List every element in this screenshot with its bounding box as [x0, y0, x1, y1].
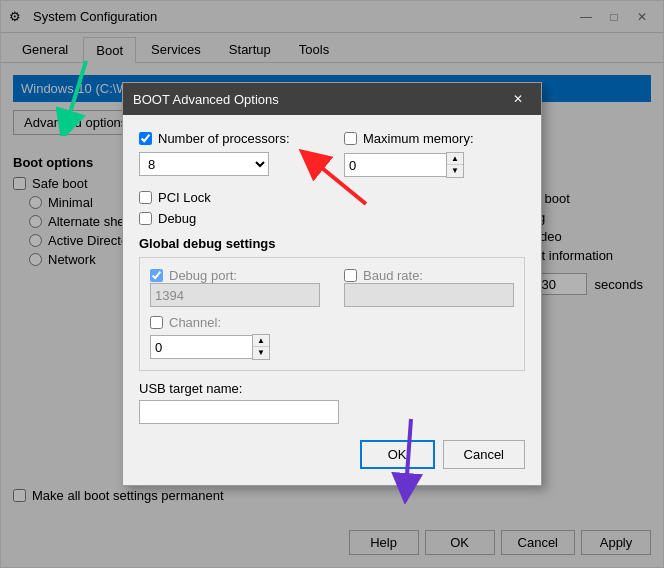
num-processors-label: Number of processors: — [158, 131, 290, 146]
debug-label: Debug — [158, 211, 196, 226]
pci-lock-row: PCI Lock — [139, 190, 525, 205]
usb-target-input[interactable] — [139, 400, 339, 424]
dialog-cancel-button[interactable]: Cancel — [443, 440, 525, 469]
usb-target-label: USB target name: — [139, 381, 525, 396]
processors-dropdown[interactable]: 8 1 2 4 16 — [139, 152, 269, 176]
debug-row: Debug — [139, 211, 525, 226]
channel-input[interactable] — [150, 335, 252, 359]
memory-input[interactable]: 0 — [344, 153, 446, 177]
channel-spin-up[interactable]: ▲ — [253, 335, 269, 347]
debug-port-input — [150, 283, 320, 307]
boot-advanced-options-dialog: BOOT Advanced Options ✕ Number of proces… — [122, 82, 542, 486]
max-memory-checkbox[interactable] — [344, 132, 357, 145]
pci-lock-label: PCI Lock — [158, 190, 211, 205]
channel-label: Channel: — [169, 315, 221, 330]
debug-port-checkbox-row: Debug port: — [150, 268, 320, 283]
memory-spinbox-row: 0 ▲ ▼ — [344, 152, 464, 178]
global-debug-section: Debug port: Baud rate: — [139, 257, 525, 371]
baud-rate-checkbox-row: Baud rate: — [344, 268, 514, 283]
baud-rate-input — [344, 283, 514, 307]
num-processors-checkbox[interactable] — [139, 132, 152, 145]
dialog-close-button[interactable]: ✕ — [505, 89, 531, 109]
debug-port-label: Debug port: — [169, 268, 237, 283]
channel-checkbox-row: Channel: — [150, 315, 514, 330]
debug-port-baud-row: Debug port: Baud rate: — [150, 268, 514, 307]
pci-lock-checkbox[interactable] — [139, 191, 152, 204]
channel-spin-down[interactable]: ▼ — [253, 347, 269, 359]
dialog-title: BOOT Advanced Options — [133, 92, 279, 107]
max-memory-label: Maximum memory: — [363, 131, 474, 146]
channel-section: Channel: ▲ ▼ — [150, 315, 514, 360]
memory-checkbox-row: Maximum memory: — [344, 131, 525, 146]
processors-dropdown-row: 8 1 2 4 16 — [139, 152, 269, 176]
debug-port-col: Debug port: — [150, 268, 320, 307]
processors-checkbox-row: Number of processors: — [139, 131, 320, 146]
processors-memory-row: Number of processors: 8 1 2 4 16 — [139, 131, 525, 178]
memory-spin-buttons: ▲ ▼ — [446, 152, 464, 178]
dialog-ok-button[interactable]: OK — [360, 440, 435, 469]
channel-spin-buttons: ▲ ▼ — [252, 334, 270, 360]
usb-section: USB target name: — [139, 381, 525, 424]
memory-spin-up[interactable]: ▲ — [447, 153, 463, 165]
processors-col: Number of processors: 8 1 2 4 16 — [139, 131, 320, 178]
baud-rate-checkbox[interactable] — [344, 269, 357, 282]
debug-port-checkbox[interactable] — [150, 269, 163, 282]
channel-spinbox-row: ▲ ▼ — [150, 334, 270, 360]
main-window: ⚙ System Configuration — □ ✕ General Boo… — [0, 0, 664, 568]
memory-col: Maximum memory: 0 ▲ ▼ — [344, 131, 525, 178]
dialog-button-row: OK Cancel — [123, 440, 541, 485]
baud-rate-label: Baud rate: — [363, 268, 423, 283]
baud-rate-col: Baud rate: — [344, 268, 514, 307]
memory-spin-down[interactable]: ▼ — [447, 165, 463, 177]
dialog-overlay: BOOT Advanced Options ✕ Number of proces… — [1, 1, 663, 567]
channel-checkbox[interactable] — [150, 316, 163, 329]
dialog-title-bar: BOOT Advanced Options ✕ — [123, 83, 541, 115]
dialog-content: Number of processors: 8 1 2 4 16 — [123, 115, 541, 440]
global-debug-label: Global debug settings — [139, 236, 525, 251]
debug-checkbox[interactable] — [139, 212, 152, 225]
